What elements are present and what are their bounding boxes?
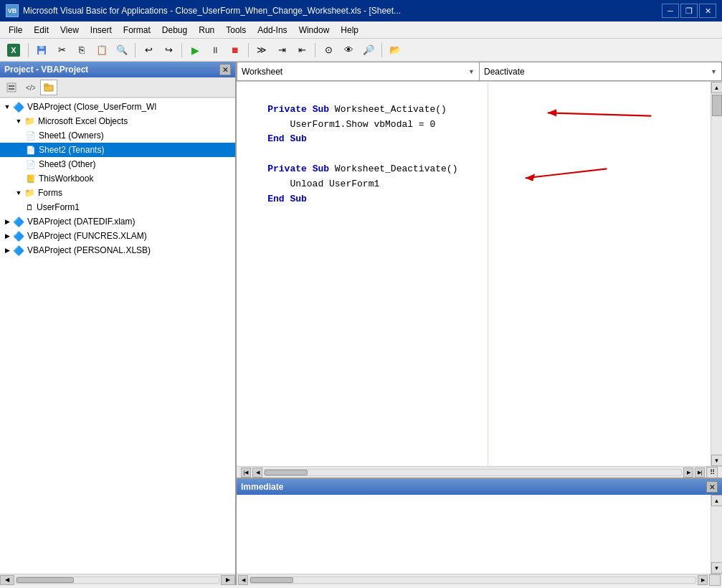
menu-window[interactable]: Window	[293, 22, 336, 38]
code-resize-grip[interactable]: ⠿	[706, 467, 718, 478]
menu-file[interactable]: File	[3, 22, 28, 38]
procedure-dropdown[interactable]: Deactivate ▼	[479, 62, 722, 81]
immediate-body[interactable]	[237, 495, 711, 574]
tree-sheet3[interactable]: 📄 Sheet3 (Other)	[0, 157, 235, 171]
code-hscroll-track[interactable]	[264, 469, 682, 476]
vscroll-track[interactable]	[712, 93, 722, 455]
code-panel: Private Sub Worksheet_Activate() UserFor…	[237, 82, 722, 478]
menu-format[interactable]: Format	[118, 22, 156, 38]
pause-btn[interactable]: ⏸	[206, 41, 224, 60]
immediate-hscroll-inner: ◀ ▶	[237, 574, 722, 586]
project-panel-toolbar: </>	[0, 77, 235, 98]
minimize-button[interactable]: ─	[662, 4, 679, 18]
code-line-6: End Sub	[245, 192, 702, 207]
code-hscroll-thumb[interactable]	[265, 470, 308, 475]
code-with-scrollbar: Private Sub Worksheet_Activate() UserFor…	[237, 82, 722, 466]
title-bar-text: Microsoft Visual Basic for Applications …	[23, 6, 401, 16]
code-hscroll-right2[interactable]: ▶|	[695, 468, 705, 478]
svg-rect-5	[7, 83, 16, 92]
indent-btn[interactable]: ⇥	[272, 41, 291, 60]
watch-btn[interactable]: 👁	[339, 41, 358, 60]
tree-thisworkbook[interactable]: 📒 ThisWorkbook	[0, 171, 235, 186]
menu-run[interactable]: Run	[193, 22, 220, 38]
vscroll-up-btn[interactable]: ▲	[711, 82, 723, 93]
tree-sheet2[interactable]: 📄 Sheet2 (Tenants)	[0, 143, 235, 157]
tree-userform1[interactable]: 🗒 UserForm1	[0, 200, 235, 214]
vbaproject-funcres-label: VBAProject (FUNCRES.XLAM)	[27, 231, 147, 241]
tree-vbaproject-personal[interactable]: ▶ 🔷 VBAProject (PERSONAL.XLSB)	[0, 243, 235, 257]
svg-rect-6	[9, 85, 14, 87]
immediate-vscroll-up[interactable]: ▲	[711, 495, 723, 506]
redo-btn[interactable]: ↪	[159, 41, 178, 60]
hscroll-left-btn[interactable]: ◀	[0, 575, 14, 585]
vba-app-icon: VB	[6, 4, 19, 17]
stop-btn[interactable]: ⏹	[226, 41, 244, 60]
menu-debug[interactable]: Debug	[156, 22, 193, 38]
toolbar-sep-6	[381, 43, 382, 57]
outdent-btn[interactable]: ⇤	[293, 41, 311, 60]
copy-btn[interactable]: ⎘	[72, 41, 91, 60]
code-line-blank-3	[245, 207, 702, 222]
vscroll-thumb[interactable]	[712, 95, 722, 116]
save-btn[interactable]	[32, 41, 51, 60]
find-btn[interactable]: 🔍	[113, 41, 131, 60]
view-object-btn[interactable]	[3, 80, 20, 95]
tree-vbaproject-datedif[interactable]: ▶ 🔷 VBAProject (DATEDIF.xlam)	[0, 214, 235, 229]
hscroll-track[interactable]	[16, 577, 219, 584]
sheet3-label: Sheet3 (Other)	[39, 159, 95, 169]
undo-btn[interactable]: ↩	[139, 41, 158, 60]
hscroll-thumb[interactable]	[16, 577, 74, 583]
menu-edit[interactable]: Edit	[28, 22, 54, 38]
close-button[interactable]: ✕	[699, 4, 716, 18]
breakpoint-btn[interactable]: ⊙	[319, 41, 338, 60]
svg-rect-10	[44, 84, 48, 86]
keyword-private-2: Private Sub	[267, 163, 329, 174]
project-tree[interactable]: ▼ 🔷 VBAProject (Close_UserForm_Wl ▼ 📁 Mi…	[0, 98, 235, 574]
tree-sheet1[interactable]: 📄 Sheet1 (Owners)	[0, 128, 235, 143]
code-line-blank-1	[245, 87, 702, 103]
object-dropdown[interactable]: Worksheet ▼	[237, 62, 479, 81]
vscroll-down-btn[interactable]: ▼	[711, 455, 723, 466]
code-hscroll-right1[interactable]: ▶	[683, 468, 693, 478]
paste-btn[interactable]: 📋	[92, 41, 111, 60]
run-btn[interactable]: ▶	[186, 41, 204, 60]
toggle-folder-btn[interactable]	[40, 80, 57, 95]
excel-icon-btn[interactable]: X	[3, 41, 24, 60]
project-panel-hscroll[interactable]: ◀ ▶	[0, 574, 235, 585]
imm-resize-grip[interactable]	[709, 574, 721, 586]
tree-vbaproject-main[interactable]: ▼ 🔷 VBAProject (Close_UserForm_Wl	[0, 100, 235, 114]
tree-forms[interactable]: ▼ 📁 Forms	[0, 186, 235, 200]
menu-insert[interactable]: Insert	[85, 22, 118, 38]
extra-btn-1[interactable]: ≫	[252, 41, 271, 60]
tree-excel-objects[interactable]: ▼ 📁 Microsoft Excel Objects	[0, 114, 235, 128]
tree-vbaproject-funcres[interactable]: ▶ 🔷 VBAProject (FUNCRES.XLAM)	[0, 229, 235, 243]
quickwatch-btn[interactable]: 🔎	[359, 41, 378, 60]
menu-tools[interactable]: Tools	[220, 22, 252, 38]
view-code-btn[interactable]: </>	[22, 80, 39, 95]
code-editor-area[interactable]: Private Sub Worksheet_Activate() UserFor…	[237, 82, 711, 466]
hscroll-right-btn[interactable]: ▶	[221, 575, 235, 585]
toolbar-sep-3	[181, 43, 182, 57]
immediate-vscroll-down[interactable]: ▼	[711, 562, 723, 574]
menu-view[interactable]: View	[54, 22, 85, 38]
code-line-5: Unload UserForm1	[245, 177, 702, 192]
imm-hscroll-thumb[interactable]	[250, 577, 293, 583]
restore-button[interactable]: ❐	[680, 4, 698, 18]
project-panel-close[interactable]: ✕	[219, 64, 231, 75]
right-panel: Worksheet ▼ Deactivate ▼ Private Sub Wor…	[237, 62, 722, 585]
code-line-4: Private Sub Worksheet_Deactivate()	[245, 162, 702, 177]
title-bar: VB Microsoft Visual Basic for Applicatio…	[0, 0, 722, 22]
imm-hscroll-left[interactable]: ◀	[238, 575, 248, 585]
cut-btn[interactable]: ✂	[52, 41, 71, 60]
code-hscroll-left1[interactable]: |◀	[241, 468, 251, 478]
imm-hscroll-track[interactable]	[250, 577, 696, 584]
procedure-dropdown-arrow: ▼	[711, 68, 717, 75]
menu-help[interactable]: Help	[335, 22, 364, 38]
menu-addins[interactable]: Add-Ins	[252, 22, 293, 38]
immediate-close-btn[interactable]: ✕	[706, 481, 718, 493]
object-browser-btn[interactable]: 📂	[386, 41, 404, 60]
immediate-title-text: Immediate	[241, 482, 283, 492]
code-hscroll-left2[interactable]: ◀	[252, 468, 262, 478]
vbaproject-main-label: VBAProject (Close_UserForm_Wl	[27, 102, 156, 112]
imm-hscroll-right[interactable]: ▶	[698, 575, 708, 585]
